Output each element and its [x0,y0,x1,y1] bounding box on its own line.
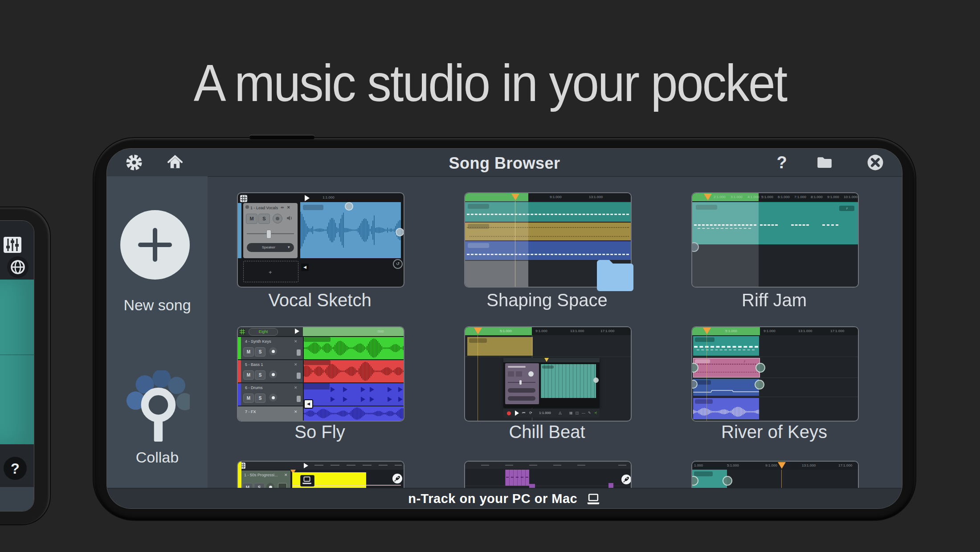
tracks-icon: ◫ [576,411,579,415]
help-icon[interactable]: ? [773,154,790,171]
pan-knob [297,349,301,356]
track-name: 5 - Bass 1 [245,363,263,367]
song-thumbnail[interactable]: 5:1.000 9:1.000 13:1.000 17:1.000 [464,326,632,422]
pc-badge [300,475,314,487]
clip-name-chip [304,360,331,365]
help-circle-icon[interactable]: ? [4,457,27,480]
ruler-label: 5:1.000 [500,329,512,333]
track-header: 5 - Bass 1 ✕ M S [238,360,303,382]
panel-close-icon: ✕ [287,206,290,210]
song-cell-shaping-space[interactable]: 9:1.000 13:1.000 [464,192,630,286]
note-icon: ♪ [743,359,746,363]
mini-playhead [544,358,549,362]
clip-name-chip [695,337,715,342]
playhead-marker [703,328,711,334]
grid-icon [239,329,245,335]
song-thumbnail[interactable]: 5:1.000 9:1.000 13:1.000 17:1.000 [691,326,859,422]
song-cell-riff-jam[interactable]: 2:1.000 3:1.000 4:1.000 5:1.000 6:1.000 … [691,192,857,286]
ruler-label: 17:1.000 [600,329,614,333]
selection-overlay [692,202,759,244]
track-header: 7 - FX ✕ [238,406,303,421]
toolbar-strip [238,462,404,470]
clip-handle [723,476,732,486]
promo-screenshot: A music studio in your pocket ? Song Bro… [0,0,980,552]
ruler-label: 9:1.000 [827,195,839,199]
ruler-tick [553,465,561,466]
song-cell-chill-beat[interactable]: 5:1.000 9:1.000 13:1.000 17:1.000 [464,326,630,420]
mini-record [528,371,534,377]
add-track-dropzone: + [243,261,298,282]
tempo-button: Eight [249,328,278,336]
mute-button: M [243,370,254,380]
playhead-line [706,335,707,421]
track-color-strip [238,337,241,359]
close-circle-icon[interactable] [867,154,884,171]
left-screen-clip-seam [0,354,34,355]
song-thumbnail[interactable]: Eight :000 4 - Synth Keys ✕ M S [237,326,404,422]
record-dot [272,373,275,376]
home-icon[interactable] [167,154,184,171]
ruler-tick [347,465,355,466]
track-header: 6 - Drums ✕ M S [238,383,303,406]
lane-separator [465,486,631,486]
folder-icon[interactable] [816,154,833,171]
song-cell-vocal-sketch[interactable]: 1:1.000 1 - Lead Vocals ✕ ⇹ M S [237,192,403,286]
clip-name-chip [695,399,713,404]
clip-teal-keys [693,336,759,356]
instrument-chip: ♪ [839,206,854,211]
play-icon [515,410,519,416]
ruler-tick [331,465,339,466]
ruler-tick [577,465,585,466]
collab-icon[interactable] [125,370,190,442]
clip-name-chip [469,338,487,343]
ruler-label: 7:1.000 [794,195,806,199]
folder-badge-icon [595,258,634,292]
loop-handle [755,380,764,390]
settings-gear-icon[interactable] [126,154,143,171]
play-icon [304,463,308,468]
mute-button: M [243,347,254,357]
left-phone-screen: ? [0,221,34,511]
footer-banner[interactable]: n-Track on your PC or Mac [107,488,902,508]
timeline-ruler [465,462,631,469]
panel-collapse-icon: ⇹ [281,206,284,210]
ruler-label: 9:1.000 [535,329,547,333]
ruler-tick [505,465,513,466]
waveform [300,202,401,258]
waveform [304,406,404,421]
minus-icon: — [582,411,585,415]
title-bar: Song Browser ? [107,149,902,177]
clip-purple [505,470,529,486]
panel-close-icon: ✕ [284,473,288,477]
midi-notes [697,349,755,350]
track-header: 4 - Synth Keys ✕ M S [238,337,303,359]
ruler-label: 3:1.000 [731,195,743,199]
midi-notes [694,346,758,348]
phone-power-button [249,135,314,139]
song-cell-so-fly[interactable]: Eight :000 4 - Synth Keys ✕ M S [237,326,403,420]
headline: A music studio in your pocket [29,55,951,112]
mini-knob [519,380,522,385]
midi-notes [791,224,809,226]
left-screen-footer [0,487,34,511]
midi-dots [694,372,758,373]
song-thumbnail[interactable]: 2:1.000 3:1.000 4:1.000 5:1.000 6:1.000 … [691,192,859,288]
playhead-line [515,201,515,287]
track-panel: 1 - Lead Vocals ✕ ⇹ M S Speaker ▾ [243,203,298,258]
ruler-label: 8:1.000 [811,195,823,199]
midi-notes [822,224,838,226]
ruler-loop-region: :000 [303,327,404,336]
mixer-icon: ▦ [569,411,573,415]
clip-handle [396,228,404,236]
clip-name-chip [694,471,713,476]
song-thumbnail[interactable]: 1:1.000 1 - Lead Vocals ✕ ⇹ M S [237,192,404,288]
ruler-tick [481,465,489,466]
ruler-tick [363,465,372,466]
plus-circle-icon[interactable] [120,210,190,280]
globe-icon[interactable] [7,256,29,278]
mini-piano-roll-clip [541,364,596,398]
song-title: Vocal Sketch [237,290,403,310]
ruler-label: 9:1.000 [765,464,777,467]
song-cell-river-of-keys[interactable]: 5:1.000 9:1.000 13:1.000 17:1.000 [691,326,857,420]
rocket-badge-icon [392,473,403,484]
